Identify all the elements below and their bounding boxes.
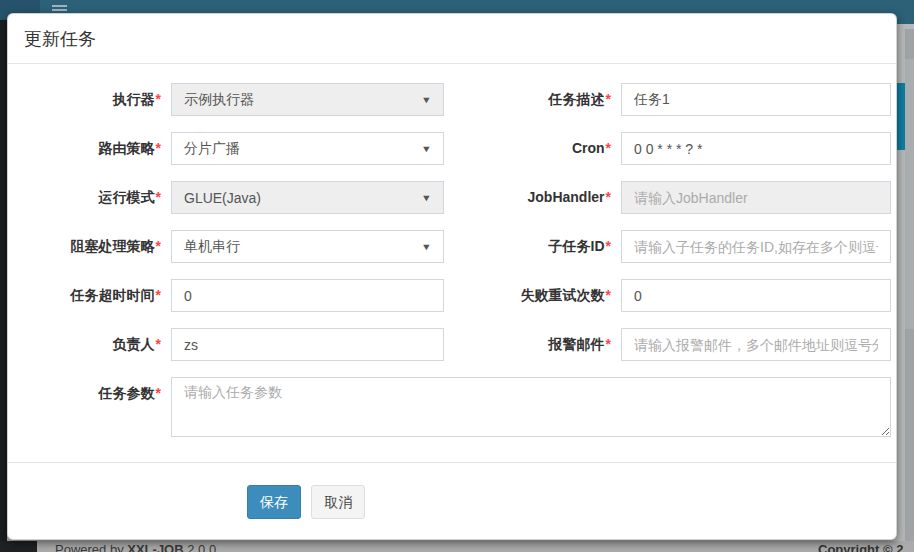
cron-input[interactable] xyxy=(621,132,891,165)
field-label-task-desc: 任务描述* xyxy=(461,83,611,116)
form-row: 阻塞处理策略* 单机串行 ▼ 子任务ID* xyxy=(8,230,896,263)
executor-select: 示例执行器 ▼ xyxy=(171,83,444,116)
alarm-email-input[interactable] xyxy=(621,328,891,361)
form-row: 路由策略* 分片广播 ▼ Cron* xyxy=(8,132,896,165)
page-scrollbar[interactable] xyxy=(905,29,914,552)
update-task-form: 执行器* 示例执行器 ▼ 任务描述* 路由策略* 分片广播 ▼ Cron* xyxy=(8,83,896,453)
field-label-fail-retry: 失败重试次数* xyxy=(461,279,611,312)
field-label-child-jobid: 子任务ID* xyxy=(461,230,611,263)
field-label-block-strategy: 阻塞处理策略* xyxy=(18,230,161,263)
author-input[interactable] xyxy=(171,328,444,361)
chevron-down-icon: ▼ xyxy=(421,95,432,105)
route-strategy-select[interactable]: 分片广播 ▼ xyxy=(171,132,444,165)
fail-retry-input[interactable] xyxy=(621,279,891,312)
version-text: 2.0.0 xyxy=(187,542,216,552)
required-asterisk: * xyxy=(606,140,611,156)
copyright-text: Copyright © 2 xyxy=(818,542,903,552)
field-label-glue-type: 运行模式* xyxy=(18,181,161,214)
scrollbar-thumb[interactable] xyxy=(905,59,914,329)
modal-title: 更新任务 xyxy=(24,28,880,50)
field-label-cron: Cron* xyxy=(461,132,611,165)
update-task-modal: 更新任务 执行器* 示例执行器 ▼ 任务描述* 路由策略* 分片广播 ▼ xyxy=(7,13,897,540)
backdrop-sidebar xyxy=(0,20,7,552)
executor-select-value: 示例执行器 xyxy=(184,91,254,109)
required-asterisk: * xyxy=(156,189,161,205)
required-asterisk: * xyxy=(156,238,161,254)
required-asterisk: * xyxy=(606,91,611,107)
required-asterisk: * xyxy=(606,189,611,205)
modal-footer: 保存 取消 xyxy=(8,462,896,539)
block-strategy-select-value: 单机串行 xyxy=(184,238,240,256)
brand-text: XXL-JOB xyxy=(127,542,183,552)
route-strategy-select-value: 分片广播 xyxy=(184,140,240,158)
required-asterisk: * xyxy=(156,385,161,401)
required-asterisk: * xyxy=(156,91,161,107)
job-params-textarea[interactable] xyxy=(171,377,891,437)
backdrop-footer-sidebar xyxy=(0,541,37,552)
cancel-button[interactable]: 取消 xyxy=(311,485,365,519)
glue-type-select: GLUE(Java) ▼ xyxy=(171,181,444,214)
field-label-jobhandler: JobHandler* xyxy=(461,181,611,214)
chevron-down-icon: ▼ xyxy=(421,242,432,252)
form-row: 任务超时时间* 失败重试次数* xyxy=(8,279,896,312)
required-asterisk: * xyxy=(156,287,161,303)
required-asterisk: * xyxy=(156,336,161,352)
required-asterisk: * xyxy=(606,238,611,254)
form-row: 任务参数* xyxy=(8,377,896,437)
block-strategy-select[interactable]: 单机串行 ▼ xyxy=(171,230,444,263)
task-desc-input[interactable] xyxy=(621,83,891,116)
chevron-down-icon: ▼ xyxy=(421,193,432,203)
field-label-job-params: 任务参数* xyxy=(18,377,161,410)
required-asterisk: * xyxy=(606,336,611,352)
modal-header: 更新任务 xyxy=(8,14,896,64)
powered-by-label: Powered by xyxy=(55,542,124,552)
required-asterisk: * xyxy=(606,287,611,303)
timeout-input[interactable] xyxy=(171,279,444,312)
field-label-executor: 执行器* xyxy=(18,83,161,116)
form-row: 负责人* 报警邮件* xyxy=(8,328,896,361)
chevron-down-icon: ▼ xyxy=(421,144,432,154)
form-row: 执行器* 示例执行器 ▼ 任务描述* xyxy=(8,83,896,116)
field-label-alarm-email: 报警邮件* xyxy=(461,328,611,361)
form-row: 运行模式* GLUE(Java) ▼ JobHandler* xyxy=(8,181,896,214)
glue-type-select-value: GLUE(Java) xyxy=(184,190,261,206)
field-label-author: 负责人* xyxy=(18,328,161,361)
hidden-button-fragment xyxy=(897,83,905,150)
child-jobid-input[interactable] xyxy=(621,230,891,263)
page: Powered by XXL-JOB 2.0.0 Copyright © 2 更… xyxy=(0,0,914,552)
powered-by-text: Powered by XXL-JOB 2.0.0 xyxy=(55,542,216,552)
jobhandler-input xyxy=(621,181,891,214)
field-label-route-strategy: 路由策略* xyxy=(18,132,161,165)
field-label-timeout: 任务超时时间* xyxy=(18,279,161,312)
save-button[interactable]: 保存 xyxy=(247,485,301,519)
required-asterisk: * xyxy=(156,140,161,156)
